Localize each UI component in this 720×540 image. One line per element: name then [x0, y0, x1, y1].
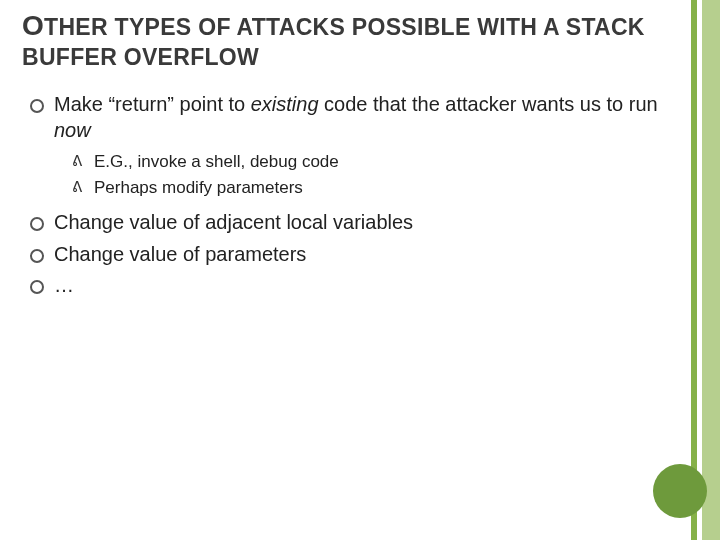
- list-item: Change value of parameters: [28, 242, 668, 268]
- list-item: …: [28, 273, 668, 299]
- text-fragment: code that the attacker wants us to run: [319, 93, 658, 115]
- text: …: [54, 274, 74, 296]
- title-line1: THER TYPES OF ATTACKS POSSIBLE WITH A ST…: [44, 14, 645, 40]
- list-item: Make “return” point to existing code tha…: [28, 92, 668, 200]
- list-item: Perhaps modify parameters: [72, 177, 668, 200]
- text-fragment: Make “return” point to: [54, 93, 251, 115]
- corner-circle-icon: [653, 464, 707, 518]
- side-stripe: [691, 0, 697, 540]
- text-emphasis: now: [54, 119, 91, 141]
- bullet-list: Make “return” point to existing code tha…: [28, 92, 668, 299]
- text: E.G., invoke a shell, debug code: [94, 152, 339, 171]
- text-emphasis: existing: [251, 93, 319, 115]
- title-line2: BUFFER OVERFLOW: [22, 44, 259, 70]
- list-item: E.G., invoke a shell, debug code: [72, 151, 668, 174]
- title-first-letter: O: [22, 10, 44, 41]
- text: Change value of parameters: [54, 243, 306, 265]
- slide: OTHER TYPES OF ATTACKS POSSIBLE WITH A S…: [0, 0, 720, 540]
- slide-title: OTHER TYPES OF ATTACKS POSSIBLE WITH A S…: [22, 9, 682, 71]
- text: Perhaps modify parameters: [94, 178, 303, 197]
- list-item: Change value of adjacent local variables: [28, 210, 668, 236]
- text: Change value of adjacent local variables: [54, 211, 413, 233]
- sub-bullet-list: E.G., invoke a shell, debug code Perhaps…: [72, 151, 668, 200]
- slide-body: Make “return” point to existing code tha…: [28, 92, 668, 305]
